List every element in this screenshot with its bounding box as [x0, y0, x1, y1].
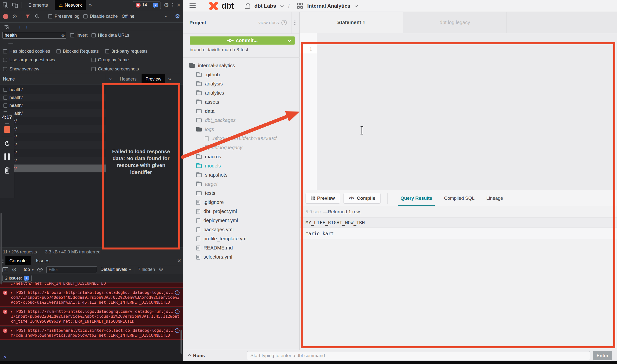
- hamburger-menu-icon[interactable]: [189, 3, 196, 8]
- name-column-header[interactable]: Name: [0, 74, 106, 84]
- settings-gear-icon[interactable]: ⚙: [164, 2, 169, 8]
- tree-item[interactable]: dbt_project.yml: [183, 207, 300, 216]
- tab-elements[interactable]: Elements: [24, 0, 52, 10]
- filter-option-checkbox[interactable]: Has blocked cookies: [3, 49, 50, 54]
- tree-item[interactable]: dbt_packages: [183, 116, 300, 125]
- pause-recording-icon[interactable]: [4, 153, 10, 160]
- type-filter-pill[interactable]: [8, 43, 13, 44]
- tree-item[interactable]: .nfc3665c416bfecb1000000cf: [183, 134, 300, 143]
- console-kebab-icon[interactable]: [2, 258, 4, 264]
- close-console-icon[interactable]: ×: [177, 257, 181, 265]
- type-filter-pill[interactable]: [50, 43, 55, 44]
- tree-item[interactable]: .gitignore: [183, 198, 300, 207]
- tree-item[interactable]: target: [183, 180, 300, 189]
- preserve-log-checkbox[interactable]: Preserve log: [48, 14, 79, 19]
- disclosure-icon[interactable]: ▸: [11, 291, 13, 295]
- error-source[interactable]: datadog-logs.js:1i: [133, 290, 180, 295]
- context-dropdown[interactable]: top▾: [24, 267, 34, 272]
- display-option-checkbox[interactable]: Group by frame: [91, 57, 180, 63]
- type-filter-pill[interactable]: [26, 43, 31, 44]
- tree-item[interactable]: profile_template.yml: [183, 234, 300, 243]
- network-filter-input[interactable]: [2, 32, 66, 39]
- network-settings-gear-icon[interactable]: ⚙: [175, 14, 180, 19]
- dbt-logo[interactable]: dbt: [208, 0, 234, 11]
- more-detail-tabs-icon[interactable]: »: [168, 76, 171, 82]
- type-filter-pill[interactable]: [14, 43, 19, 44]
- tab-headers[interactable]: Headers: [116, 74, 141, 84]
- tab-issues[interactable]: Issues: [32, 256, 54, 265]
- filter-option-checkbox[interactable]: Blocked Requests: [56, 49, 99, 54]
- project-name[interactable]: Internal Analytics: [307, 3, 350, 9]
- left-scrollbar[interactable]: [0, 213, 2, 284]
- search-icon[interactable]: [35, 14, 40, 19]
- help-icon[interactable]: ?: [281, 20, 287, 25]
- disclosure-icon[interactable]: ▸: [11, 329, 13, 332]
- tree-item[interactable]: tests: [183, 189, 300, 198]
- kebab-menu-icon[interactable]: [172, 2, 174, 8]
- console-settings-gear-icon[interactable]: ⚙: [159, 267, 164, 272]
- editor-tab[interactable]: Statement 1: [300, 12, 403, 33]
- disclosure-icon[interactable]: ▸: [11, 310, 13, 314]
- request-row[interactable]: alth/: [0, 165, 106, 172]
- error-url-link[interactable]: …/health/: [11, 282, 32, 286]
- error-source[interactable]: datadog-logs.js:1i: [133, 328, 180, 333]
- more-tabs-icon[interactable]: »: [89, 2, 92, 8]
- close-detail-icon[interactable]: ×: [106, 76, 115, 82]
- request-row[interactable]: alth/: [0, 133, 106, 141]
- type-filter-pill[interactable]: [32, 43, 37, 44]
- console-prompt[interactable]: >: [0, 353, 183, 361]
- tree-item[interactable]: snapshots: [183, 170, 300, 180]
- request-row[interactable]: alth/: [0, 149, 106, 157]
- request-row[interactable]: health/: [0, 109, 106, 117]
- request-row[interactable]: alth/: [0, 157, 106, 165]
- enter-button[interactable]: Enter: [593, 351, 612, 360]
- throttling-caret-icon[interactable]: ▾: [165, 15, 167, 18]
- display-option-checkbox[interactable]: Capture screenshots: [91, 66, 180, 72]
- tree-item[interactable]: .github: [183, 70, 300, 79]
- display-option-checkbox[interactable]: Show overview: [3, 66, 91, 72]
- console-error[interactable]: × datadog-logs.js:1i ▸ POSThttps://brows…: [0, 289, 183, 307]
- project-caret-icon[interactable]: [355, 4, 358, 7]
- stop-recording-button[interactable]: [4, 126, 10, 133]
- invert-checkbox[interactable]: Invert: [70, 33, 88, 38]
- eye-icon[interactable]: [37, 267, 43, 272]
- network-conditions-icon[interactable]: [3, 24, 9, 29]
- type-filter-pill[interactable]: [44, 43, 49, 44]
- console-sidebar-icon[interactable]: ▸: [2, 267, 8, 272]
- commit-caret-icon[interactable]: [288, 39, 291, 42]
- delete-recording-icon[interactable]: [3, 166, 11, 174]
- console-scrollbar[interactable]: [181, 330, 182, 354]
- tree-item[interactable]: README.md: [183, 243, 300, 252]
- tree-item[interactable]: dbt.log.legacy: [183, 143, 300, 152]
- tree-item[interactable]: deployment.yml: [183, 216, 300, 225]
- tree-item[interactable]: selectors.yml: [183, 252, 300, 262]
- hide-data-urls-checkbox[interactable]: Hide data URLs: [91, 33, 129, 38]
- request-row[interactable]: alth/: [0, 125, 106, 133]
- tab-console[interactable]: Console: [5, 256, 31, 265]
- account-name[interactable]: dbt Labs: [254, 3, 276, 9]
- filter-option-checkbox[interactable]: 3rd-party requests: [105, 49, 147, 54]
- view-docs-link[interactable]: view docs: [258, 20, 279, 25]
- commit-button[interactable]: commit...: [190, 36, 295, 45]
- type-filter-pill[interactable]: [38, 43, 43, 44]
- type-filter-pill[interactable]: [20, 43, 25, 44]
- export-har-icon[interactable]: ↓: [25, 24, 28, 30]
- project-kebab-icon[interactable]: [294, 20, 296, 25]
- tree-item[interactable]: models: [183, 161, 300, 170]
- type-filter-pill[interactable]: [68, 43, 73, 44]
- console-error[interactable]: × i ▸ …/health/ net::ERR_INTERNET_DISCON…: [0, 282, 183, 288]
- tree-item[interactable]: logs: [183, 125, 300, 134]
- request-row[interactable]: health/: [0, 101, 106, 109]
- console-filter-input[interactable]: [46, 266, 97, 273]
- issues-badge[interactable]: 2: [153, 3, 158, 7]
- inspect-icon[interactable]: [2, 2, 9, 8]
- tab-network[interactable]: ⚠Network: [55, 0, 86, 10]
- runs-toggle[interactable]: Runs: [188, 353, 205, 358]
- request-row[interactable]: health/: [0, 94, 106, 101]
- filter-funnel-icon[interactable]: [25, 14, 31, 19]
- issues-chip[interactable]: 2 Issues: 2: [2, 275, 32, 282]
- request-row[interactable]: alth/: [0, 117, 106, 125]
- clear-icon[interactable]: ⊘: [12, 14, 17, 19]
- record-icon[interactable]: [3, 14, 8, 19]
- tree-item[interactable]: internal-analytics: [183, 61, 300, 70]
